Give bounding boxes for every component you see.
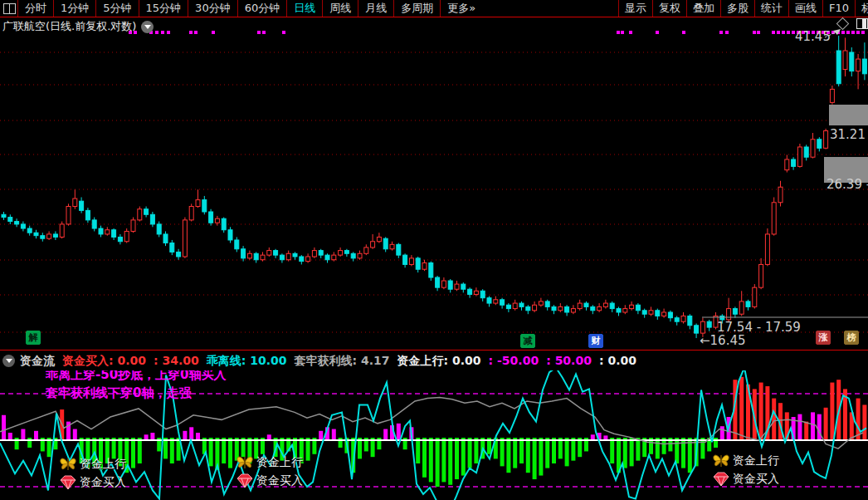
- indicator-param-7: : 50.00: [546, 354, 592, 367]
- gem-icon: [235, 472, 255, 490]
- gem-icon: [711, 470, 731, 488]
- indicator-annotation-2: 套牢获利线下穿0轴，走强: [46, 385, 191, 401]
- menu-item-多股[interactable]: 多股: [720, 0, 754, 17]
- butterfly-icon: [235, 453, 255, 472]
- symbol-title-row: 广联航空(日线.前复权.对数): [2, 19, 154, 34]
- menu-item-日线[interactable]: 日线: [286, 0, 322, 17]
- signal-group-1: 资金上行资金买入: [58, 455, 126, 492]
- corner-icons: [838, 18, 868, 29]
- diamond-icon[interactable]: [836, 17, 850, 31]
- dropdown-icon[interactable]: [141, 21, 154, 33]
- price-high-label: 41.45: [795, 29, 831, 44]
- indicator-params: 资金流资金买入: 0.00: 34.00乖离线: 10.00套牢获利线: 4.1…: [20, 352, 644, 369]
- butterfly-icon: [58, 455, 78, 473]
- window-split-icon[interactable]: [3, 3, 16, 14]
- symbol-title: 广联航空(日线.前复权.对数): [2, 19, 136, 34]
- menu-item-画线[interactable]: 画线: [788, 0, 822, 17]
- indicator-param-5: 资金上行: 0.00: [397, 354, 481, 367]
- period-menu: 分时1分钟5分钟15分钟30分钟60分钟日线周线月线多周期更多»: [17, 0, 482, 17]
- charts-canvas[interactable]: 41.4531.21 - 326.39 - 2517.54 - 17.59←16…: [0, 0, 868, 500]
- signal-group-2: 资金上行资金买入: [235, 453, 303, 490]
- indicator-param-8: : 0.00: [599, 354, 636, 367]
- menu-item-15分钟[interactable]: 15分钟: [139, 0, 188, 17]
- collapse-icon[interactable]: [2, 355, 15, 367]
- indicator-param-6: : -50.00: [489, 354, 539, 367]
- menu-item-月线[interactable]: 月线: [358, 0, 393, 17]
- chart-badge-解[interactable]: 解: [26, 331, 41, 345]
- tools-menu: 显示复权叠加多股统计画线F10标记+自选: [618, 0, 868, 17]
- menu-item-更多»[interactable]: 更多»: [440, 0, 482, 17]
- indicator-param-2: : 34.00: [154, 354, 199, 367]
- menu-item-1分钟[interactable]: 1分钟: [53, 0, 95, 17]
- signal-buy-label: 资金买入: [80, 475, 126, 490]
- gap-upper-label: 31.21 - 3: [830, 127, 868, 142]
- chart-badge-涨[interactable]: 涨: [816, 331, 831, 345]
- menu-item-60分钟[interactable]: 60分钟: [237, 0, 287, 17]
- indicator-param-4: 套牢获利线: 4.17: [295, 354, 390, 367]
- signal-up-label: 资金上行: [256, 455, 303, 470]
- menu-item-统计[interactable]: 统计: [754, 0, 788, 17]
- menu-item-标记[interactable]: 标记: [855, 0, 868, 17]
- chart-badge-减[interactable]: 减: [520, 334, 535, 348]
- signal-buy-label: 资金买入: [733, 472, 779, 487]
- gap-lower-label: 26.39 - 25: [827, 177, 868, 192]
- gap-box-1: [829, 105, 868, 125]
- signal-group-3: 资金上行资金买入: [711, 452, 779, 488]
- menu-item-F10[interactable]: F10: [822, 0, 855, 17]
- menu-item-显示[interactable]: 显示: [618, 0, 652, 17]
- gem-icon: [58, 473, 78, 492]
- signal-up-label: 资金上行: [733, 453, 779, 468]
- signal-up-label: 资金上行: [80, 457, 126, 472]
- low-label: ←16.45: [700, 333, 746, 348]
- menu-item-复权[interactable]: 复权: [652, 0, 686, 17]
- butterfly-icon: [711, 452, 731, 470]
- menu-item-多周期[interactable]: 多周期: [393, 0, 440, 17]
- top-menubar: 分时1分钟5分钟15分钟30分钟60分钟日线周线月线多周期更多» 显示复权叠加多…: [0, 0, 868, 17]
- chart-badge-财[interactable]: 财: [588, 334, 603, 348]
- indicator-param-0: 资金流: [20, 354, 55, 367]
- panel-toggle-icon[interactable]: [856, 18, 868, 29]
- indicator-param-1: 资金买入: 0.00: [62, 354, 146, 367]
- app-window: 41.4531.21 - 326.39 - 2517.54 - 17.59←16…: [0, 0, 868, 500]
- signal-buy-label: 资金买入: [256, 473, 303, 488]
- menu-item-叠加[interactable]: 叠加: [686, 0, 720, 17]
- indicator-param-3: 乖离线: 10.00: [207, 354, 287, 367]
- indicator-header: 资金流资金买入: 0.00: 34.00乖离线: 10.00套牢获利线: 4.1…: [0, 350, 868, 370]
- menu-item-分时[interactable]: 分时: [17, 0, 53, 17]
- menu-item-周线[interactable]: 周线: [322, 0, 358, 17]
- menu-item-5分钟[interactable]: 5分钟: [95, 0, 138, 17]
- menu-item-30分钟[interactable]: 30分钟: [188, 0, 237, 17]
- chart-badge-榜[interactable]: 榜: [844, 331, 859, 345]
